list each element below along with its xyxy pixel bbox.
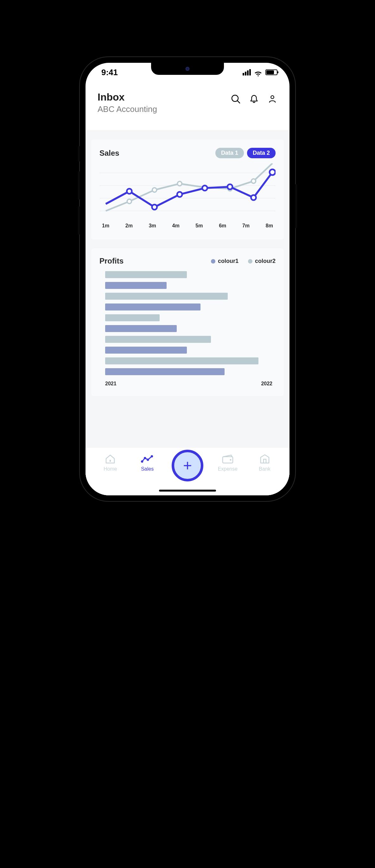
svg-point-9 — [177, 181, 182, 186]
vol-up — [78, 171, 80, 200]
svg-point-21 — [141, 461, 143, 463]
screen: 9:41 Inbox ABC Accounting — [86, 63, 289, 495]
phone-frame: 9:41 Inbox ABC Accounting — [80, 57, 295, 501]
bank-icon — [259, 454, 271, 464]
bar-row — [105, 304, 201, 310]
app-header: Inbox ABC Accounting — [86, 82, 289, 130]
home-indicator[interactable] — [159, 490, 216, 492]
profile-icon[interactable] — [267, 94, 277, 104]
bottom-nav: Home Sales + Expense Bank — [86, 448, 289, 495]
svg-point-22 — [144, 457, 146, 459]
status-time: 9:41 — [101, 67, 118, 78]
nav-expense[interactable]: Expense — [215, 454, 240, 472]
svg-point-17 — [228, 184, 233, 189]
profits-bar-chart — [99, 271, 276, 375]
power-button — [295, 184, 297, 228]
bar-row — [105, 314, 160, 321]
content-area: Sales Data 1 Data 2 — [86, 130, 289, 495]
sales-title: Sales — [99, 149, 120, 158]
svg-point-8 — [152, 188, 157, 192]
bar-row — [105, 282, 167, 289]
nav-bank[interactable]: Bank — [252, 454, 277, 472]
xaxis-label: 7m — [242, 223, 249, 229]
bar-row — [105, 336, 211, 343]
wallet-icon — [221, 454, 234, 464]
svg-point-7 — [127, 199, 131, 204]
cellular-icon — [243, 69, 251, 75]
notch — [151, 63, 224, 75]
mute-switch — [78, 146, 80, 162]
nav-label: Bank — [259, 466, 270, 472]
xaxis-label: 3m — [149, 223, 156, 229]
profits-legend: colour1 colour2 — [211, 258, 276, 265]
nav-label: Sales — [141, 466, 154, 472]
front-camera — [185, 67, 190, 71]
xaxis-label: 1m — [102, 223, 109, 229]
profits-card: Profits colour1 colour2 — [91, 248, 284, 396]
nav-home[interactable]: Home — [98, 454, 123, 472]
bar-row — [105, 293, 228, 300]
svg-point-12 — [251, 179, 256, 183]
svg-point-13 — [127, 189, 132, 194]
nav-label: Expense — [218, 466, 238, 472]
profits-title: Profits — [99, 256, 124, 266]
legend-dot-colour1 — [211, 259, 215, 264]
bar-row — [105, 347, 187, 353]
xaxis-label: 2m — [126, 223, 133, 229]
sales-pill-data1[interactable]: Data 1 — [215, 148, 244, 158]
xaxis-label: 8m — [266, 223, 273, 229]
legend-label-2: colour2 — [255, 258, 276, 264]
svg-point-24 — [151, 455, 153, 457]
svg-point-15 — [177, 192, 182, 197]
svg-point-16 — [202, 186, 207, 191]
nav-sales[interactable]: Sales — [135, 454, 160, 472]
page-title: Inbox — [98, 91, 157, 103]
xaxis-label: 6m — [219, 223, 226, 229]
sales-card: Sales Data 1 Data 2 — [91, 140, 284, 240]
bar-row — [105, 358, 259, 364]
legend-label-1: colour1 — [218, 258, 238, 264]
page-subtitle: ABC Accounting — [98, 104, 157, 114]
svg-point-14 — [152, 205, 157, 210]
svg-point-0 — [232, 95, 238, 101]
bar-row — [105, 325, 177, 332]
wifi-icon — [254, 69, 262, 75]
svg-rect-20 — [110, 460, 111, 462]
sales-xaxis: 1m 2m 3m 4m 5m 6m 7m 8m — [99, 218, 276, 229]
vol-down — [78, 206, 80, 235]
profits-year-end: 2022 — [261, 381, 272, 386]
fab-add-button[interactable]: + — [172, 450, 203, 482]
home-icon — [104, 454, 116, 464]
xaxis-label: 4m — [172, 223, 179, 229]
svg-point-19 — [270, 169, 275, 175]
svg-point-26 — [230, 459, 231, 461]
sales-pill-data2[interactable]: Data 2 — [247, 148, 276, 158]
svg-point-2 — [271, 96, 274, 99]
battery-icon — [265, 69, 277, 75]
plus-icon: + — [183, 458, 192, 473]
bar-row — [105, 368, 225, 375]
nav-label: Home — [104, 466, 117, 472]
svg-line-1 — [238, 101, 240, 103]
xaxis-label: 5m — [196, 223, 203, 229]
svg-point-18 — [251, 195, 256, 200]
sales-chart-icon — [141, 454, 154, 464]
svg-point-23 — [147, 459, 149, 461]
search-icon[interactable] — [231, 94, 241, 104]
profits-year-start: 2021 — [105, 381, 116, 386]
sales-line-chart: 1m 2m 3m 4m 5m 6m 7m 8m — [99, 163, 276, 230]
bell-icon[interactable] — [249, 94, 259, 104]
bar-row — [105, 271, 187, 278]
legend-dot-colour2 — [248, 259, 252, 264]
